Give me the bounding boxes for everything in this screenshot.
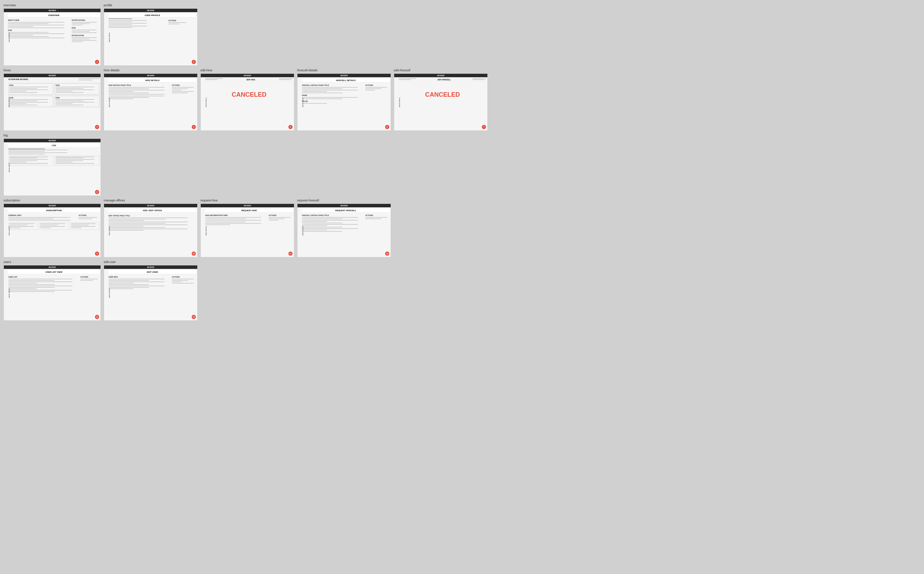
- rh-section: HIVE INFORMATION FORM: [205, 214, 268, 216]
- group-hive-details: hive-details HEADER MAIN MENU HIVE DETAI…: [104, 69, 198, 131]
- label-users: users: [3, 260, 101, 264]
- label-request-hive: request-hive: [200, 199, 294, 202]
- group-log: log HEADER MAIN MENU LOG: [3, 134, 101, 196]
- main-menu-label-10: MAIN MENU: [109, 226, 110, 235]
- title-manage-offices: ADD / EDIT OFFICE: [109, 208, 196, 213]
- eu-actions: ACTIONS: [172, 276, 196, 278]
- badge-12: 12: [385, 252, 389, 256]
- screen-hivecell-details: HEADER MAIN MENU HIVECELL DETAILS HIVECE…: [297, 73, 391, 131]
- label-edit-hive: edit-hive: [200, 69, 294, 72]
- title-edit-user: EDIT USER: [109, 270, 196, 274]
- badge-1: 1: [95, 60, 99, 64]
- screen-log: HEADER MAIN MENU LOG: [3, 139, 101, 196]
- sub-actions: ACTIONS: [79, 214, 99, 216]
- group-edit-user: edit-user HEADER MAIN MENU EDIT USER USE…: [104, 260, 198, 321]
- label-log: log: [3, 134, 101, 137]
- group-request-hivecell: request-hivecell HEADER MAIN MENU REQUES…: [297, 199, 391, 257]
- title-hive-details: HIVE DETAILS: [109, 78, 196, 82]
- badge-13: 13: [95, 315, 99, 319]
- main-menu-label-2: MAIN MENU: [109, 32, 110, 42]
- header-profile: HEADER: [104, 9, 197, 12]
- screen-overview: HEADER MAIN MENU OVERVIEW WHAT'S NEW: [3, 8, 101, 66]
- header-hive-details: HEADER: [104, 74, 197, 77]
- main-menu-label-1: MAIN MENU: [8, 32, 10, 42]
- main-menu-label-6: MAIN MENU: [302, 98, 304, 107]
- screen-edit-user: HEADER MAIN MENU EDIT USER USER INFO: [104, 265, 198, 321]
- header-manage-offices: HEADER: [104, 204, 197, 207]
- rhc-actions: ACTIONS: [365, 214, 389, 216]
- main-menu-label-8: MAIN MENU: [8, 162, 10, 172]
- users-section: USER LIST: [8, 276, 79, 278]
- hcd-actions: ACTIONS: [365, 84, 389, 86]
- screen-edit-hivecell: HEADER MAIN MENU EDIT HIVECELL: [394, 73, 488, 131]
- overview-section-2: HIVE: [8, 29, 71, 31]
- header-subscription: HEADER: [4, 204, 101, 207]
- rh-actions: ACTIONS: [268, 214, 293, 216]
- label-profile: profile: [104, 3, 198, 7]
- group-overview: overview HEADER MAIN MENU OVERVIEW WHAT'…: [3, 3, 101, 66]
- label-request-hivecell: request-hivecell: [297, 199, 391, 202]
- screen-request-hivecell: HEADER MAIN MENU REQUEST HIVECELL HIVECE…: [297, 203, 391, 257]
- hive-box-3: HIVE: [55, 83, 99, 95]
- label-edit-hivecell: edit-hivecell: [394, 69, 488, 72]
- group-subscription: subscription HEADER MAIN MENU SUBSCRIPTI…: [3, 199, 101, 257]
- screen-manage-offices: HEADER MAIN MENU ADD / EDIT OFFICE EDIT …: [104, 203, 198, 257]
- main-menu-label-14: MAIN MENU: [109, 288, 110, 298]
- label-subscription: subscription: [3, 199, 101, 202]
- badge-10: 10: [192, 252, 196, 256]
- group-edit-hivecell: edit-hivecell HEADER MAIN MENU: [394, 69, 488, 131]
- badge-5: 5: [289, 125, 293, 129]
- screen-hive-details: HEADER MAIN MENU HIVE DETAILS HIVE DETAI…: [104, 73, 198, 131]
- office-section: EDIT OFFICE PAGE TITLE: [109, 214, 196, 217]
- label-hive-details: hive-details: [104, 69, 198, 72]
- title-request-hivecell: REQUEST HIVECELL: [302, 208, 389, 213]
- overview-section-heading: WHAT'S NEW: [8, 19, 71, 21]
- screen-users: HEADER MAIN MENU USER LIST VIEW USER LIS…: [3, 265, 101, 321]
- group-hives: hives HEADER MAIN MENU ACTION BAR (FILTE…: [3, 69, 101, 131]
- main-menu-label-3: MAIN MENU: [8, 98, 10, 107]
- group-manage-offices: manage-offices HEADER MAIN MENU ADD / ED…: [104, 199, 198, 257]
- hcd-section-3: VALUE: [302, 100, 364, 102]
- header-log: HEADER: [4, 139, 101, 142]
- hcd-section-2: NAME: [302, 94, 364, 96]
- group-users: users HEADER MAIN MENU USER LIST VIEW US…: [3, 260, 101, 321]
- header-request-hivecell: HEADER: [298, 204, 391, 207]
- row-2: hives HEADER MAIN MENU ACTION BAR (FILTE…: [3, 69, 921, 131]
- edit-hivecell-title: EDIT HIVECELL: [438, 79, 451, 81]
- title-subscription: SUBSCRIPTION: [8, 208, 99, 213]
- hives-grid: HIVE HIVE: [8, 83, 99, 108]
- badge-3: 3: [95, 125, 99, 129]
- group-request-hive: request-hive HEADER MAIN MENU REQUEST HI…: [200, 199, 294, 257]
- title-profile: USER PROFILE: [109, 13, 196, 17]
- header-edit-hive: HEADER: [201, 74, 294, 77]
- screen-request-hive: HEADER MAIN MENU REQUEST HIVE HIVE INFOR…: [200, 203, 294, 257]
- screen-edit-hive: HEADER MAIN MENU EDIT HIVE: [200, 73, 294, 131]
- title-hivecell-details: HIVECELL DETAILS: [302, 78, 389, 82]
- notif-section3: NOTIFICATION: [72, 35, 99, 36]
- screen-subscription: HEADER MAIN MENU SUBSCRIPTION GENERAL IN…: [3, 203, 101, 257]
- header-request-hive: HEADER: [201, 204, 294, 207]
- header-hives: HEADER: [4, 74, 101, 77]
- main-menu-label-4: MAIN MENU: [109, 98, 110, 107]
- screen-hives: HEADER MAIN MENU ACTION BAR (FILTERS): [3, 73, 101, 131]
- main-menu-label-7: MAIN MENU: [399, 98, 401, 107]
- hd-actions: ACTIONS: [172, 84, 196, 86]
- users-actions: ACTIONS: [80, 276, 99, 278]
- header-edit-hivecell: HEADER: [394, 74, 487, 77]
- row-4: subscription HEADER MAIN MENU SUBSCRIPTI…: [3, 199, 921, 257]
- header-hivecell-details: HEADER: [298, 74, 391, 77]
- title-users: USER LIST VIEW: [8, 270, 99, 274]
- header-users: HEADER: [4, 265, 101, 269]
- page-grid: overview HEADER MAIN MENU OVERVIEW WHAT'…: [3, 3, 921, 321]
- title-overview: OVERVIEW: [8, 13, 99, 17]
- notif-section2: HIVE: [72, 27, 99, 29]
- hive-box-4: HIVE: [55, 96, 99, 107]
- notifications-heading: NOTIFICATIONS: [72, 19, 99, 21]
- main-menu-label-12: MAIN MENU: [302, 226, 304, 235]
- main-menu-label-13: MAIN MENU: [8, 288, 10, 298]
- hd-section-1: HIVE DETAILS PAGE TITLE: [109, 84, 171, 86]
- edit-hive-title: EDIT HIVE: [247, 79, 255, 81]
- header-overview: HEADER: [4, 9, 101, 12]
- action-bar-title: ACTION BAR (FILTERS): [8, 78, 28, 80]
- label-overview: overview: [3, 3, 101, 7]
